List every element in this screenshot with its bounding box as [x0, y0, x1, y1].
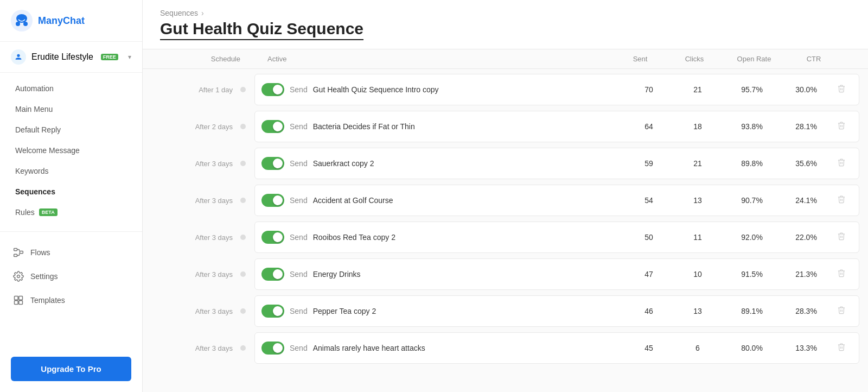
message-name[interactable]: Sauerkract copy 2 [313, 159, 374, 168]
sidebar-item-automation[interactable]: Automation [0, 78, 142, 99]
delete-button[interactable] [833, 82, 850, 97]
sent-value: 45 [624, 344, 673, 352]
active-toggle[interactable] [261, 305, 284, 318]
active-toggle[interactable] [261, 231, 284, 244]
sidebar-section-bottom: Flows Settings Templates [0, 231, 142, 312]
delete-button[interactable] [833, 230, 850, 245]
schedule-cell: After 2 days [151, 123, 254, 131]
sent-value: 54 [624, 196, 673, 205]
card-stats: 54 13 90.7% 24.1% [624, 196, 831, 205]
sidebar-item-label: Automation [15, 84, 54, 93]
message-name[interactable]: Energy Drinks [313, 270, 361, 279]
templates-label: Templates [30, 296, 65, 305]
col-header-active: Active [257, 55, 613, 63]
delete-button[interactable] [833, 340, 850, 356]
message-name[interactable]: Gut Health Quiz Sequence Intro copy [313, 85, 439, 94]
schedule-text: After 3 days [195, 270, 233, 279]
ctr-value: 28.3% [782, 307, 831, 315]
trash-icon [837, 84, 846, 93]
ctr-value: 13.3% [782, 344, 831, 352]
manychat-logo-icon [11, 10, 33, 31]
sent-value: 64 [624, 122, 673, 131]
message-name[interactable]: Rooibos Red Tea copy 2 [313, 233, 395, 242]
dot-indicator [240, 271, 246, 277]
openrate-value: 93.8% [722, 122, 782, 131]
logo-text: ManyChat [38, 15, 85, 27]
message-name[interactable]: Accident at Golf Course [313, 196, 393, 205]
send-label: Send [290, 196, 308, 205]
clicks-value: 13 [673, 307, 722, 315]
col-header-sent: Sent [613, 55, 667, 63]
openrate-value: 89.8% [722, 159, 782, 168]
ctr-value: 24.1% [782, 196, 831, 205]
openrate-value: 89.1% [722, 307, 782, 315]
schedule-cell: After 3 days [151, 233, 254, 242]
table-row: After 3 days Send Animals rarely have he… [151, 332, 859, 364]
account-selector[interactable]: Erudite Lifestyle FREE ▾ [0, 42, 142, 73]
delete-cell [831, 340, 852, 356]
clicks-value: 6 [673, 344, 722, 352]
message-name[interactable]: Pepper Tea copy 2 [313, 307, 376, 315]
flows-icon [13, 247, 24, 258]
sidebar-item-main-menu[interactable]: Main Menu [0, 99, 142, 119]
schedule-text: After 3 days [195, 344, 233, 352]
sequence-card: Send Rooibos Red Tea copy 2 50 11 92.0% … [254, 222, 859, 253]
schedule-text: After 1 day [199, 86, 233, 94]
sidebar-item-flows[interactable]: Flows [0, 241, 142, 264]
message-name[interactable]: Bacteria Decides if Fat or Thin [313, 122, 415, 131]
sequence-card: Send Energy Drinks 47 10 91.5% 21.3% [254, 258, 859, 290]
schedule-cell: After 1 day [151, 86, 254, 94]
trash-icon [837, 158, 846, 167]
breadcrumb: Sequences › [160, 9, 851, 17]
sidebar-item-keywords[interactable]: Keywords [0, 161, 142, 181]
svg-rect-9 [19, 296, 23, 300]
delete-cell [831, 230, 852, 245]
message-name[interactable]: Animals rarely have heart attacks [313, 344, 425, 352]
card-content: Send Pepper Tea copy 2 [261, 305, 624, 318]
svg-rect-8 [15, 296, 18, 300]
send-label: Send [290, 270, 308, 279]
table-row: After 3 days Send Energy Drinks 47 10 91… [151, 258, 859, 290]
table-row: After 3 days Send Sauerkract copy 2 59 2… [151, 147, 859, 180]
active-toggle[interactable] [261, 83, 284, 96]
delete-button[interactable] [833, 119, 850, 134]
trash-icon [837, 343, 846, 351]
sidebar-item-templates[interactable]: Templates [0, 288, 142, 312]
svg-point-3 [23, 22, 28, 26]
clicks-value: 13 [673, 196, 722, 205]
col-header-ctr: CTR [787, 55, 841, 63]
active-toggle[interactable] [261, 194, 284, 207]
sidebar-item-welcome-message[interactable]: Welcome Message [0, 140, 142, 161]
clicks-value: 21 [673, 159, 722, 168]
schedule-cell: After 3 days [151, 197, 254, 205]
sidebar-item-settings[interactable]: Settings [0, 264, 142, 288]
delete-button[interactable] [833, 156, 850, 171]
card-content: Send Sauerkract copy 2 [261, 157, 624, 170]
delete-cell [831, 119, 852, 134]
delete-cell [831, 82, 852, 97]
sidebar-item-label: Main Menu [15, 105, 53, 113]
table-row: After 3 days Send Accident at Golf Cours… [151, 184, 859, 217]
openrate-value: 90.7% [722, 196, 782, 205]
active-toggle[interactable] [261, 268, 284, 281]
active-toggle[interactable] [261, 342, 284, 355]
delete-button[interactable] [833, 304, 850, 319]
active-toggle[interactable] [261, 157, 284, 170]
sidebar-item-rules[interactable]: Rules BETA [0, 202, 142, 223]
sidebar-item-default-reply[interactable]: Default Reply [0, 119, 142, 140]
active-toggle[interactable] [261, 120, 284, 133]
col-header-openrate: Open Rate [722, 55, 787, 63]
trash-icon [837, 195, 846, 204]
dot-indicator [240, 345, 246, 351]
send-label: Send [290, 159, 308, 168]
upgrade-button[interactable]: Upgrade To Pro [11, 357, 131, 381]
schedule-text: After 3 days [195, 160, 233, 168]
table-row: After 3 days Send Rooibos Red Tea copy 2… [151, 221, 859, 254]
sequence-card: Send Animals rarely have heart attacks 4… [254, 332, 859, 364]
delete-button[interactable] [833, 267, 850, 282]
openrate-value: 95.7% [722, 85, 782, 94]
send-label: Send [290, 85, 308, 94]
delete-button[interactable] [833, 193, 850, 208]
breadcrumb-sequences[interactable]: Sequences [160, 9, 198, 17]
sidebar-item-sequences[interactable]: Sequences [0, 181, 142, 202]
